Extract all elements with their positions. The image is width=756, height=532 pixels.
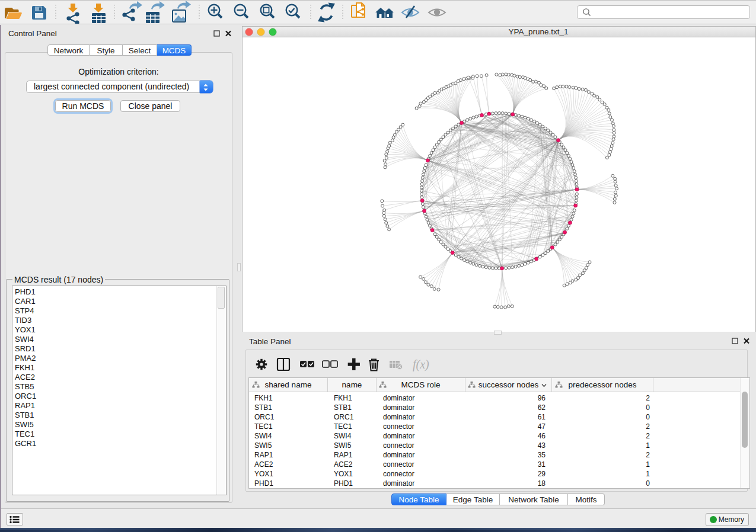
svg-text:f(x): f(x) [413,358,429,371]
